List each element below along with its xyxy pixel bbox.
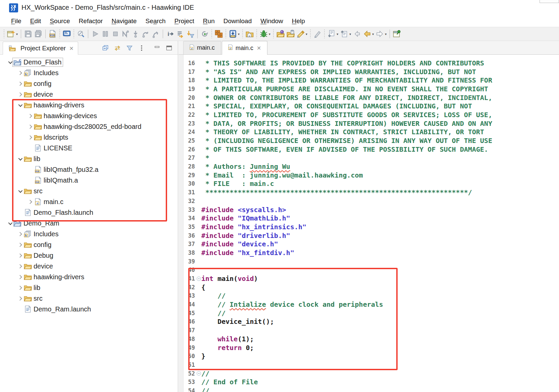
view-menu-icon[interactable] [138,44,146,52]
line-number[interactable]: 48 [179,336,196,342]
open-run-config-button[interactable] [275,29,286,39]
maximize-icon[interactable] [165,44,173,52]
inspect-button[interactable] [76,29,86,39]
line-number[interactable]: 23 [179,120,196,127]
save-all-button[interactable] [33,29,43,39]
line-number[interactable]: 25 [179,137,196,144]
last-edit-location-button[interactable] [352,29,362,39]
tree-collapsed-arrow-icon[interactable] [17,233,23,236]
fold-collapse-icon[interactable]: − [196,371,201,376]
dropdown-arrow-icon[interactable]: ▾ [337,32,338,36]
tree-expanded-arrow-icon[interactable] [17,190,23,193]
line-number[interactable]: 38 [179,249,196,256]
step-return-button[interactable] [151,29,161,39]
terminate-button[interactable] [110,29,120,39]
line-number[interactable]: 29 [179,172,196,179]
restart-button[interactable] [200,29,210,39]
tree-item-lib[interactable]: lib [0,153,178,164]
tree-item-demo-flash-launch[interactable]: Demo_Flash.launch [0,207,178,218]
tree-expanded-arrow-icon[interactable] [17,104,23,107]
line-number[interactable]: 52 [179,370,196,377]
step-over-button[interactable] [141,29,151,39]
tree-expanded-arrow-icon[interactable] [7,61,13,64]
line-number[interactable]: 45 [179,310,196,316]
dropdown-arrow-icon[interactable]: ▾ [16,32,18,36]
tree-item-haawking-drivers[interactable]: haawking-drivers [0,272,178,282]
menu-help[interactable]: Help [288,17,309,25]
line-number[interactable]: 31 [179,189,196,196]
line-number[interactable]: 19 [179,86,196,92]
tab-project-explorer[interactable]: Project Explorer ✕ [3,42,78,55]
collapse-all-icon[interactable] [101,44,109,52]
menu-edit[interactable]: Edit [26,17,46,25]
line-number[interactable]: 18 [179,77,196,84]
tree-item-device[interactable]: device [0,261,178,272]
line-number[interactable]: 17 [179,68,196,75]
tree-item-haawking-dsc280025-edd-board[interactable]: haawking-dsc280025_edd-board [0,121,178,132]
forward-button[interactable]: ▾ [375,29,388,39]
menu-run[interactable]: Run [199,17,219,25]
dropdown-arrow-icon[interactable]: ▾ [385,32,387,36]
menu-file[interactable]: File [7,17,26,25]
line-number[interactable]: 46 [179,318,196,325]
tree-item-lib[interactable]: lib [0,282,178,293]
line-number[interactable]: 50 [179,353,196,359]
tree-item-src[interactable]: src [0,293,178,304]
link-with-editor-icon[interactable] [113,44,121,52]
fold-collapse-icon[interactable]: − [196,277,201,281]
skip-breakpoints-button[interactable] [175,29,185,39]
tree-item-src[interactable]: src [0,186,178,196]
tree-collapsed-arrow-icon[interactable] [17,71,23,75]
tree-item-haawking-drivers[interactable]: haawking-drivers [0,100,178,110]
close-icon[interactable]: ✕ [257,45,261,51]
line-number[interactable]: 22 [179,111,196,118]
tree-collapsed-arrow-icon[interactable] [17,276,23,279]
editor-content[interactable]: 16 * THIS SOFTWARE IS PROVIDED BY THE CO… [179,55,559,392]
dropdown-arrow-icon[interactable]: ▾ [269,32,270,36]
tree-item-demo-ram-launch[interactable]: Demo_Ram.launch [0,304,178,314]
tree-collapsed-arrow-icon[interactable] [17,93,23,96]
tree-collapsed-arrow-icon[interactable] [17,265,23,268]
tree-item-license[interactable]: LICENSE [0,143,178,153]
line-number[interactable]: 32 [179,198,196,204]
line-number[interactable]: 42 [179,284,196,291]
tree-item-libiqmath-fpu32-a[interactable]: 010libIQmath_fpu32.a [0,164,178,175]
line-number[interactable]: 51 [179,361,196,368]
line-number[interactable]: 47 [179,327,196,334]
editor-tab-main.c[interactable]: .cmain.c [183,41,221,54]
prev-annotation-button[interactable]: ▾ [339,29,352,39]
line-number[interactable]: 40 [179,266,196,273]
highlight-button[interactable]: ▾ [296,29,308,39]
build-binary-button[interactable]: 010 [48,29,58,39]
line-number[interactable]: 26 [179,146,196,153]
line-number[interactable]: 35 [179,224,196,230]
back-button[interactable]: ▾ [362,29,375,39]
tree-item-libiqmath-a[interactable]: 010libIQmath.a [0,175,178,186]
tree-collapsed-arrow-icon[interactable] [27,114,33,117]
line-number[interactable]: 28 [179,163,196,170]
suspend-button[interactable] [100,29,110,39]
tree-item-main-c[interactable]: .cmain.c [0,196,178,207]
tree-collapsed-arrow-icon[interactable] [27,200,33,203]
flash-program-button[interactable] [214,29,224,39]
line-number[interactable]: 20 [179,94,196,101]
menu-navigate[interactable]: Navigate [107,17,141,25]
tree-collapsed-arrow-icon[interactable] [17,254,23,257]
menu-refactor[interactable]: Refactor [74,17,107,25]
dropdown-arrow-icon[interactable]: ▾ [372,32,374,36]
step-into-button[interactable] [131,29,141,39]
menu-window[interactable]: Window [256,17,288,25]
open-clipboard-button[interactable] [286,29,296,39]
code-area[interactable]: 16 * THIS SOFTWARE IS PROVIDED BY THE CO… [179,59,559,392]
dropdown-arrow-icon[interactable]: ▾ [238,32,240,36]
tree-item-ldscripts[interactable]: ldscripts [0,132,178,143]
line-number[interactable]: 34 [179,215,196,222]
debug-button[interactable]: ▾ [259,29,271,39]
line-number[interactable]: 24 [179,129,196,135]
tree-item-device[interactable]: device [0,89,178,100]
menu-project[interactable]: Project [170,17,199,25]
line-number[interactable]: 16 [179,60,196,66]
tree-expanded-arrow-icon[interactable] [17,157,23,160]
line-number[interactable]: 39 [179,258,196,265]
line-number[interactable]: 54 [179,387,196,392]
